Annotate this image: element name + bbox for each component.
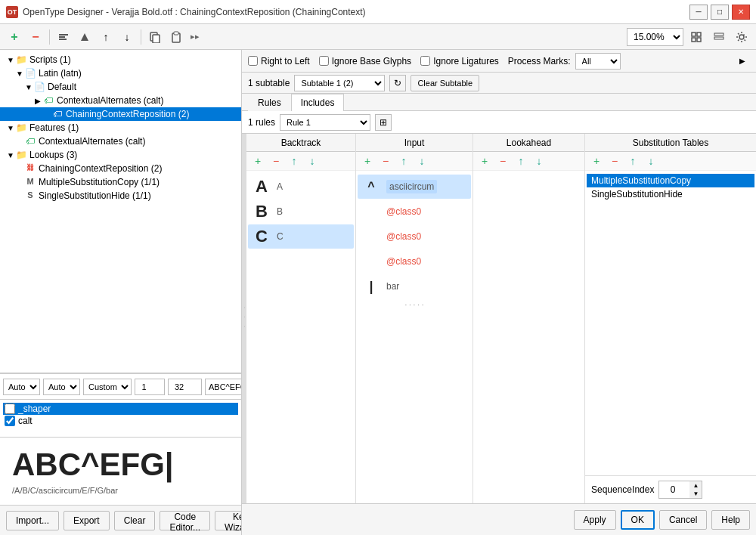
options-bar: Right to Left Ignore Base Glyphs Ignore … (242, 50, 756, 73)
right-to-left-label[interactable]: Right to Left (248, 56, 310, 66)
tree-item-features[interactable]: ▼ 📁 Features (1) (0, 121, 241, 135)
shaper-check-shaper[interactable] (5, 404, 15, 414)
lookahead-add-btn[interactable]: + (476, 153, 493, 169)
glyph-row-class0-1[interactable]: @class0 (358, 199, 471, 224)
input-up-btn[interactable]: ↑ (395, 153, 412, 169)
tree-item-contextual2[interactable]: 🏷 ContextualAlternates (calt) (0, 135, 241, 148)
shaper-item-shaper[interactable]: _shaper (3, 403, 238, 415)
view-toggle-btn[interactable] (709, 27, 729, 47)
input-down-btn[interactable]: ↓ (414, 153, 430, 169)
ignore-ligatures-check[interactable] (420, 56, 430, 66)
tab-includes[interactable]: Includes (291, 94, 345, 111)
toolbar-btn-up[interactable]: ↑ (96, 27, 116, 47)
num-input-1[interactable] (135, 379, 165, 395)
ignore-ligatures-label[interactable]: Ignore Ligatures (420, 56, 499, 66)
auto1-select[interactable]: Auto (3, 379, 40, 395)
input-remove-btn[interactable]: − (377, 153, 394, 169)
zoom-fit-btn[interactable] (686, 27, 706, 47)
right-to-left-check[interactable] (248, 56, 258, 66)
rules-select[interactable]: Rule 1 (280, 114, 370, 131)
clear-subtable-btn[interactable]: Clear Subtable (411, 75, 479, 91)
toolbar-btn-2[interactable] (75, 27, 94, 47)
ok-button[interactable]: OK (621, 510, 655, 530)
backtrack-remove-btn[interactable]: − (268, 153, 284, 169)
apply-button[interactable]: Apply (574, 510, 616, 530)
remove-button[interactable]: − (26, 27, 45, 47)
toolbar-btn-copy[interactable] (145, 27, 165, 47)
process-marks-select[interactable]: All (575, 53, 621, 70)
seq-up-arrow[interactable]: ▲ (689, 481, 702, 490)
subtable-entry-multiple[interactable]: MultipleSubstitutionCopy (587, 174, 754, 187)
glyph-row-class0-2[interactable]: @class0 (358, 224, 471, 249)
tree-item-default[interactable]: ▼ 📄 Default (0, 80, 241, 94)
tree-item-multiple[interactable]: M MultipleSubstitutionCopy (1/1) (0, 175, 241, 189)
glyph-row-C[interactable]: C C (248, 224, 354, 249)
tree-item-lookups[interactable]: ▼ 📁 Lookups (3) (0, 148, 241, 162)
toolbar-btn-down[interactable]: ↓ (117, 27, 137, 47)
subtable-entry-single[interactable]: SingleSubstitutionHide (587, 187, 754, 201)
ignore-base-glyphs-label[interactable]: Ignore Base Glyphs (319, 56, 411, 66)
chaining-icon: 🏷 (51, 109, 64, 119)
right-edge-btn[interactable]: ▶ (735, 54, 750, 69)
kern-wizard-button[interactable]: Kern Wizard... (215, 511, 242, 530)
left-panel: ▼ 📁 Scripts (1) ▼ 📄 Latin (latn) ▼ 📄 Def… (0, 50, 242, 535)
backtrack-up-btn[interactable]: ↑ (286, 153, 302, 169)
settings-btn[interactable] (732, 27, 751, 47)
tree-item-scripts[interactable]: ▼ 📁 Scripts (1) (0, 53, 241, 66)
input-header: Input (356, 134, 472, 152)
tree-item-chaining[interactable]: 🏷 ChainingContextReposition (2) (0, 107, 241, 121)
lookahead-up-btn[interactable]: ↑ (513, 153, 529, 169)
toolbar-btn-paste[interactable] (166, 27, 186, 47)
backtrack-toolbar: + − ↑ ↓ (246, 152, 355, 171)
glyph-char-bar: | (361, 276, 382, 297)
ignore-ligatures-text: Ignore Ligatures (433, 56, 499, 66)
backtrack-down-btn[interactable]: ↓ (304, 153, 321, 169)
cancel-button[interactable]: Cancel (659, 510, 707, 530)
shaper-check-calt[interactable] (5, 416, 15, 426)
import-button[interactable]: Import... (6, 511, 59, 530)
seq-down-arrow[interactable]: ▼ (689, 490, 702, 498)
glyph-name-B: B (277, 206, 283, 217)
ignore-base-glyphs-check[interactable] (319, 56, 329, 66)
add-button[interactable]: + (5, 27, 24, 47)
subtable-add-btn[interactable]: + (588, 153, 605, 169)
glyph-row-bar[interactable]: | bar (358, 274, 471, 298)
shaper-label-calt: calt (18, 416, 33, 426)
lookahead-remove-btn[interactable]: − (494, 153, 511, 169)
tree-item-chaining2[interactable]: ⛓ ChainingContextReposition (2) (0, 162, 241, 175)
close-button[interactable]: ✕ (732, 5, 750, 20)
text-input[interactable] (205, 379, 242, 395)
backtrack-add-btn[interactable]: + (249, 153, 266, 169)
export-button[interactable]: Export (64, 511, 110, 530)
shaper-item-calt[interactable]: calt (3, 415, 238, 427)
subtable-select[interactable]: Subtable 1 (2) (294, 75, 385, 91)
tree-item-contextual[interactable]: ▶ 🏷 ContextualAlternates (calt) (0, 94, 241, 107)
maximize-button[interactable]: □ (711, 5, 729, 20)
toolbar-btn-1[interactable] (54, 27, 73, 47)
seq-index-input[interactable] (659, 481, 689, 498)
tab-rules[interactable]: Rules (248, 94, 291, 111)
subtable-remove-btn[interactable]: − (606, 153, 623, 169)
subtable-down-btn[interactable]: ↓ (643, 153, 659, 169)
help-button[interactable]: Help (711, 510, 750, 530)
num-input-2[interactable] (168, 379, 202, 395)
subtable-up-btn[interactable]: ↑ (624, 153, 641, 169)
rules-grid-btn[interactable]: ⊞ (375, 114, 392, 131)
input-add-btn[interactable]: + (359, 153, 376, 169)
glyph-row-asciicircum[interactable]: ^ asciicircum (358, 175, 471, 199)
subtable-refresh-btn[interactable]: ↻ (389, 75, 406, 91)
auto2-select[interactable]: Auto (43, 379, 80, 395)
minimize-button[interactable]: ─ (689, 5, 708, 20)
glyph-row-B[interactable]: B B (248, 199, 354, 224)
glyph-row-A[interactable]: A A (248, 175, 354, 199)
tree-item-latin[interactable]: ▼ 📄 Latin (latn) (0, 66, 241, 80)
clear-button[interactable]: Clear (114, 511, 156, 530)
lookahead-toolbar: + − ↑ ↓ (473, 152, 584, 171)
tree-expand-scripts: ▼ (6, 56, 15, 64)
code-editor-button[interactable]: Code Editor... (160, 511, 210, 530)
custom-select[interactable]: Custom (83, 379, 132, 395)
zoom-select[interactable]: 15.00% (627, 28, 683, 46)
lookahead-down-btn[interactable]: ↓ (531, 153, 547, 169)
glyph-row-class0-3[interactable]: @class0 (358, 249, 471, 274)
tree-item-single[interactable]: S SingleSubstitutionHide (1/1) (0, 189, 241, 203)
